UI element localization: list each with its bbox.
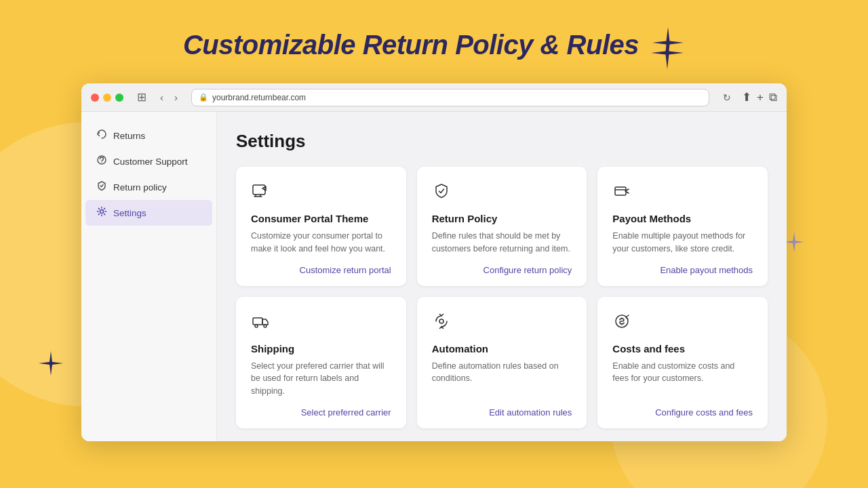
- address-bar: 🔒 yourbrand.returnbear.com: [191, 89, 709, 106]
- card-payout-methods: Payout Methods Enable multiple payout me…: [597, 167, 768, 286]
- sidebar-item-returns[interactable]: Returns: [85, 123, 212, 148]
- lock-icon: 🔒: [199, 93, 208, 102]
- card-title-payout: Payout Methods: [612, 213, 753, 224]
- page-header: Customizable Return Policy & Rules: [0, 0, 868, 83]
- sidebar-item-settings-label: Settings: [113, 208, 146, 218]
- settings-heading: Settings: [236, 131, 768, 152]
- card-link-portal[interactable]: Customize return portal: [251, 265, 391, 275]
- title-star-icon: [651, 26, 685, 64]
- card-return-policy: Return Policy Define rules that should b…: [417, 167, 587, 286]
- settings-icon: [96, 206, 107, 220]
- svg-rect-6: [253, 318, 262, 325]
- card-link-return-policy[interactable]: Configure return policy: [432, 265, 572, 275]
- svg-point-7: [255, 325, 258, 327]
- toolbar-actions: ⬆ + ⧉: [742, 90, 777, 104]
- traffic-light-green[interactable]: [115, 94, 123, 102]
- card-title-automation: Automation: [432, 343, 572, 354]
- sidebar-item-customer-support[interactable]: Customer Support: [85, 148, 212, 174]
- sidebar-item-returns-label: Returns: [113, 131, 145, 141]
- customer-support-icon: [96, 155, 107, 168]
- card-icon-shield: [432, 182, 572, 205]
- card-desc-payout: Enable multiple payout methods for your …: [612, 230, 753, 256]
- card-link-shipping[interactable]: Select preferred carrier: [251, 407, 391, 418]
- card-desc-return-policy: Define rules that should be met by custo…: [432, 230, 572, 256]
- sidebar-item-return-policy-label: Return policy: [113, 182, 167, 192]
- card-icon-payout: [612, 182, 753, 205]
- cards-grid: Consumer Portal Theme Customize your con…: [236, 167, 768, 428]
- svg-point-2: [100, 210, 104, 214]
- card-desc-automation: Define automation rules based on conditi…: [432, 360, 572, 398]
- svg-point-9: [439, 319, 443, 323]
- star-deco-left: [37, 350, 64, 383]
- card-desc-costs: Enable and customize costs and fees for …: [612, 360, 753, 398]
- card-icon-automation: [432, 312, 572, 335]
- svg-point-1: [101, 162, 102, 163]
- card-title-return-policy: Return Policy: [432, 213, 572, 224]
- sidebar-item-customer-support-label: Customer Support: [113, 157, 188, 167]
- card-icon-portal: [251, 182, 391, 205]
- sidebar: Returns Customer Support: [81, 112, 217, 441]
- sidebar-toggle-button[interactable]: ⊞: [134, 89, 149, 106]
- card-shipping: Shipping Select your prefered carrier th…: [236, 297, 406, 428]
- returns-icon: [96, 129, 107, 142]
- sidebar-item-settings[interactable]: Settings: [85, 200, 212, 226]
- traffic-light-yellow[interactable]: [103, 94, 111, 102]
- svg-rect-4: [615, 187, 626, 195]
- return-policy-icon: [96, 180, 107, 194]
- svg-point-8: [264, 325, 267, 327]
- tab-overview-button[interactable]: ⧉: [769, 90, 777, 104]
- traffic-light-red[interactable]: [91, 94, 99, 102]
- card-link-payout[interactable]: Enable payout methods: [612, 265, 753, 275]
- card-title-costs: Costs and fees: [612, 343, 753, 354]
- card-desc-shipping: Select your prefered carrier that will b…: [251, 360, 391, 398]
- browser-toolbar: ⊞ ‹ › 🔒 yourbrand.returnbear.com ↻ ⬆ + ⧉: [81, 83, 787, 112]
- forward-button[interactable]: ›: [172, 90, 180, 104]
- refresh-button[interactable]: ↻: [723, 92, 731, 103]
- main-content: Settings Consumer Portal Theme Customize…: [217, 112, 787, 441]
- card-link-costs[interactable]: Configure costs and fees: [612, 407, 753, 418]
- card-title-portal: Consumer Portal Theme: [251, 213, 391, 224]
- svg-rect-3: [253, 185, 265, 195]
- card-icon-costs: [612, 312, 753, 335]
- browser-window: ⊞ ‹ › 🔒 yourbrand.returnbear.com ↻ ⬆ + ⧉: [81, 83, 787, 441]
- card-costs-fees: Costs and fees Enable and customize cost…: [597, 297, 768, 428]
- card-link-automation[interactable]: Edit automation rules: [432, 407, 572, 418]
- new-tab-button[interactable]: +: [757, 90, 764, 104]
- card-consumer-portal-theme: Consumer Portal Theme Customize your con…: [236, 167, 406, 286]
- card-icon-shipping: [251, 312, 391, 335]
- card-title-shipping: Shipping: [251, 343, 391, 354]
- page-title: Customizable Return Policy & Rules: [183, 30, 639, 60]
- share-button[interactable]: ⬆: [742, 90, 751, 104]
- card-desc-portal: Customize your consumer portal to make i…: [251, 230, 391, 256]
- traffic-lights: [91, 94, 123, 102]
- sidebar-item-return-policy[interactable]: Return policy: [85, 174, 212, 200]
- card-automation: Automation Define automation rules based…: [417, 297, 587, 428]
- browser-content: Returns Customer Support: [81, 112, 787, 441]
- url-text: yourbrand.returnbear.com: [212, 93, 306, 102]
- back-button[interactable]: ‹: [157, 90, 166, 104]
